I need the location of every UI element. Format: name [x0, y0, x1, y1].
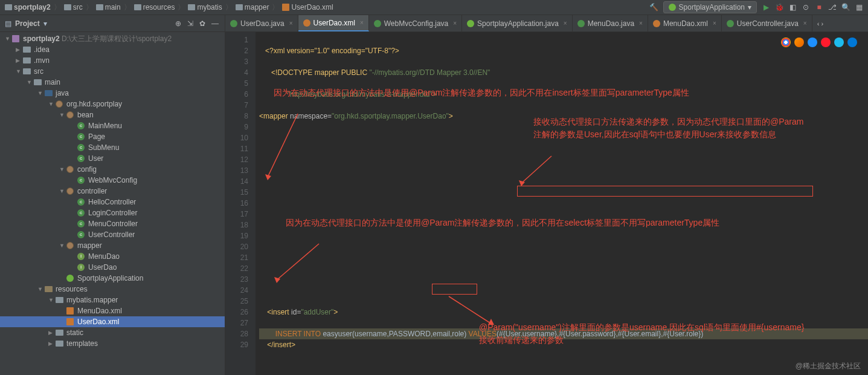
- editor-tab[interactable]: MenuDao.java×: [573, 15, 648, 31]
- breadcrumb-item[interactable]: UserDao.xml: [282, 3, 333, 11]
- tree-class[interactable]: cSubMenu: [0, 142, 225, 153]
- code-editor[interactable]: 1234567891011121314151617181920212223242…: [225, 32, 868, 375]
- tree-class[interactable]: cWebMvcConfig: [0, 175, 225, 186]
- debug-icon[interactable]: 🐞: [775, 3, 783, 11]
- stop-icon[interactable]: ■: [815, 3, 823, 11]
- tree-folder[interactable]: ▶.mvn: [0, 55, 225, 66]
- project-panel-header: ▤ Project ▾ ⊕ ⇲ ✿ —: [0, 15, 225, 32]
- opera-icon[interactable]: [821, 38, 831, 47]
- tree-folder[interactable]: ▼mybatis.mapper: [0, 295, 225, 305]
- line-gutter: 1234567891011121314151617181920212223242…: [225, 32, 256, 375]
- editor-tab[interactable]: UserDao.java×: [225, 15, 298, 31]
- editor-tab[interactable]: MenuDao.xml×: [648, 15, 722, 31]
- safari-icon[interactable]: [808, 38, 817, 47]
- tree-file[interactable]: MenuDao.xml: [0, 305, 225, 316]
- locate-icon[interactable]: ⊕: [174, 18, 182, 29]
- build-icon[interactable]: 🔨: [650, 3, 658, 11]
- close-icon[interactable]: ×: [564, 20, 567, 27]
- tree-class[interactable]: cUser: [0, 153, 225, 164]
- project-tool-window: ▤ Project ▾ ⊕ ⇲ ✿ — ▼sportplay2 D:\大三上学期…: [0, 15, 225, 375]
- tree-package[interactable]: ▼bean: [0, 109, 225, 120]
- close-icon[interactable]: ×: [639, 20, 643, 27]
- tree-folder[interactable]: ▼resources: [0, 284, 225, 295]
- breadcrumb-item[interactable]: src: [64, 3, 83, 11]
- close-icon[interactable]: ×: [289, 20, 293, 27]
- breadcrumb-item[interactable]: sportplay2: [5, 3, 51, 11]
- tree-folder[interactable]: ▼src: [0, 66, 225, 77]
- collapse-icon[interactable]: ⇲: [186, 18, 194, 29]
- tree-folder[interactable]: ▼main: [0, 77, 225, 88]
- chevron-down-icon: ▾: [748, 3, 751, 11]
- code-content[interactable]: <?xml version="1.0" encoding="UTF-8"?> <…: [256, 32, 868, 375]
- close-icon[interactable]: ×: [803, 20, 807, 27]
- browser-icons-bar: [781, 38, 857, 47]
- tree-folder[interactable]: ▼java: [0, 88, 225, 99]
- breadcrumb-item[interactable]: mapper: [236, 3, 269, 11]
- project-tree[interactable]: ▼sportplay2 D:\大三上学期课程设计\sportplay2 ▶.id…: [0, 32, 225, 375]
- settings-icon[interactable]: ✿: [198, 18, 207, 29]
- tree-class[interactable]: cHelloController: [0, 197, 225, 207]
- tree-root[interactable]: ▼sportplay2 D:\大三上学期课程设计\sportplay2: [0, 33, 225, 44]
- top-toolbar: sportplay2〉 src〉 main〉 resources〉 mybati…: [0, 0, 868, 15]
- chevron-down-icon[interactable]: ▾: [43, 19, 47, 28]
- editor-tabs: UserDao.java× UserDao.xml× WebMvcConfig.…: [225, 15, 868, 32]
- close-icon[interactable]: ×: [713, 20, 716, 27]
- editor-tab[interactable]: WebMvcConfig.java×: [369, 15, 462, 31]
- editor-tab-overflow[interactable]: ‹ ›: [812, 15, 828, 31]
- tree-class[interactable]: cMainMenu: [0, 120, 225, 131]
- tree-package[interactable]: ▼mapper: [0, 240, 225, 251]
- tree-interface[interactable]: IUserDao: [0, 262, 225, 273]
- firefox-icon[interactable]: [794, 38, 804, 47]
- hide-icon[interactable]: —: [210, 18, 220, 29]
- editor-tab-active[interactable]: UserDao.xml×: [298, 15, 369, 31]
- tree-interface[interactable]: IMenuDao: [0, 251, 225, 262]
- xml-icon: [303, 19, 310, 27]
- java-icon: [577, 20, 585, 27]
- editor-tab[interactable]: SportplayApplication.java×: [462, 15, 573, 31]
- coverage-icon[interactable]: ◧: [788, 3, 797, 11]
- run-config-dropdown[interactable]: SportplayApplication ▾: [663, 1, 757, 13]
- panel-title: Project: [15, 19, 40, 28]
- breadcrumb-item[interactable]: main: [96, 3, 121, 11]
- xml-icon: [653, 20, 660, 27]
- java-icon: [727, 20, 734, 27]
- breadcrumb-item[interactable]: mybatis: [188, 3, 222, 11]
- tree-class[interactable]: cUserController: [0, 229, 225, 240]
- ie-icon[interactable]: [834, 38, 844, 47]
- spring-icon: [467, 20, 474, 27]
- editor-tab[interactable]: UserController.java×: [722, 15, 812, 31]
- tree-class[interactable]: cLoginController: [0, 207, 225, 218]
- tree-class[interactable]: SportplayApplication: [0, 273, 225, 284]
- java-icon: [230, 20, 237, 27]
- profile-icon[interactable]: ⊙: [802, 3, 810, 11]
- settings-icon[interactable]: ▦: [855, 3, 863, 11]
- close-icon[interactable]: ×: [453, 20, 457, 27]
- tree-class[interactable]: cMenuController: [0, 218, 225, 229]
- chrome-icon[interactable]: [781, 38, 791, 47]
- project-view-icon[interactable]: ▤: [5, 19, 11, 28]
- tree-folder[interactable]: ▶.idea: [0, 44, 225, 55]
- run-icon[interactable]: ▶: [762, 3, 770, 11]
- breadcrumb: sportplay2〉 src〉 main〉 resources〉 mybati…: [5, 2, 650, 13]
- edge-icon[interactable]: [847, 38, 857, 47]
- close-icon[interactable]: ×: [360, 19, 364, 26]
- tree-package[interactable]: ▼org.hkd.sportplay: [0, 99, 225, 109]
- watermark: @稀土掘金技术社区: [796, 361, 861, 371]
- search-icon[interactable]: 🔍: [841, 3, 850, 11]
- editor-area: UserDao.java× UserDao.xml× WebMvcConfig.…: [225, 15, 868, 375]
- tree-class[interactable]: cPage: [0, 131, 225, 142]
- breadcrumb-item[interactable]: resources: [134, 3, 175, 11]
- git-icon[interactable]: ⎇: [828, 3, 837, 11]
- tree-package[interactable]: ▼config: [0, 164, 225, 175]
- java-icon: [374, 20, 381, 27]
- tree-folder[interactable]: ▶templates: [0, 338, 225, 349]
- tree-file-selected[interactable]: UserDao.xml: [0, 316, 225, 327]
- tree-folder[interactable]: ▶static: [0, 327, 225, 338]
- tree-package[interactable]: ▼controller: [0, 186, 225, 197]
